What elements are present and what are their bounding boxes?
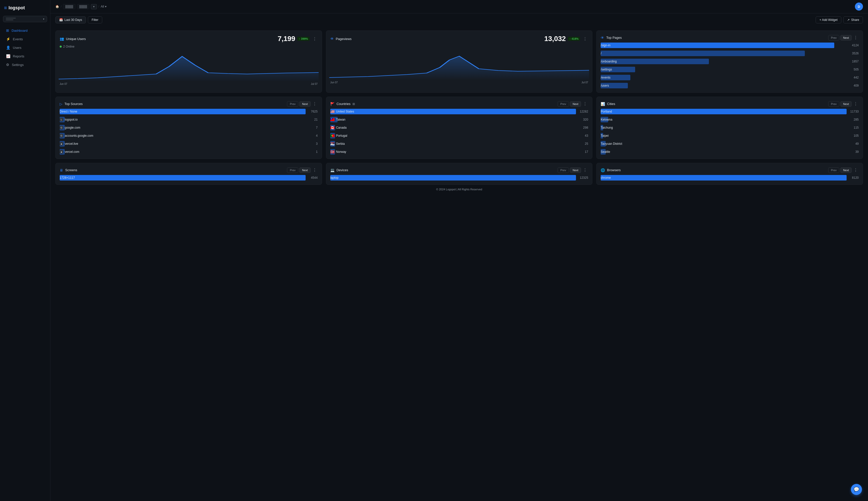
sidebar-item-settings[interactable]: ⚙ Settings [2, 61, 48, 69]
online-label: 2 Online [63, 45, 75, 48]
screens-next-button[interactable]: Next [299, 168, 311, 173]
browsers-icon: 🌐 [601, 168, 605, 172]
item-label: accounts.google.com [65, 133, 93, 138]
unique-users-chart [58, 51, 319, 82]
share-icon: ↗ [847, 18, 850, 22]
source-icon: L [60, 118, 63, 121]
unique-users-value: 7,199 [278, 35, 295, 43]
top-sources-menu[interactable]: ⋮ [312, 101, 318, 107]
unique-users-menu[interactable]: ⋮ [312, 36, 318, 42]
item-label: vercel.com [65, 149, 79, 154]
chart-labels: Jun 07 Jul 07 [60, 83, 318, 85]
filter-button[interactable]: Filter [88, 17, 102, 23]
breadcrumb-dropdown[interactable]: ▾ [91, 4, 97, 9]
top-sources-next-button[interactable]: Next [299, 101, 311, 107]
add-widget-label: + Add Widget [819, 18, 837, 22]
top-pages-menu[interactable]: ⋮ [853, 35, 859, 41]
devices-title: Devices [336, 168, 348, 172]
sidebar-item-dashboard[interactable]: ⊞ Dashboard [2, 26, 48, 34]
unique-users-badge: ↑ 399% [297, 37, 310, 41]
item-label: 1728×1117 [60, 175, 75, 181]
widget-devices: 💻 Devices Prev Next ⋮ laptop12325 [326, 163, 592, 185]
settings-icon: ⚙ [6, 63, 9, 67]
list-item: ▲vercel.com1 [60, 149, 318, 154]
item-count: 4 [308, 134, 318, 137]
browsers-next-button[interactable]: Next [840, 168, 851, 173]
item-label: logspot.io [65, 117, 77, 122]
list-item: Direct / None7625 [60, 109, 318, 114]
widget-header: 🖥 Screens Prev Next ⋮ [60, 167, 318, 173]
card-title-row: 🖥 Screens [60, 168, 77, 172]
countries-prev-button[interactable]: Prev [558, 101, 569, 107]
item-label: /users [601, 83, 609, 88]
sidebar-item-reports[interactable]: 📈 Reports [2, 52, 48, 60]
screens-icon: 🖥 [60, 168, 63, 172]
item-label: Portland [601, 109, 612, 114]
devices-menu[interactable]: ⋮ [582, 167, 588, 173]
workspace-bars [6, 18, 16, 20]
item-count: 1857 [849, 60, 859, 63]
item-label: /events [601, 75, 610, 80]
item-label: Norway [336, 149, 346, 154]
breadcrumb-item-1[interactable]: ████ [63, 4, 75, 9]
list-item: /sign-in4124 [601, 43, 859, 48]
widget-top-sources: ▷ Top Sources Prev Next ⋮ Direct / None7… [55, 97, 322, 159]
top-pages-next-button[interactable]: Next [840, 35, 851, 41]
top-sources-icon: ▷ [60, 102, 62, 106]
cities-next-button[interactable]: Next [840, 101, 851, 107]
devices-next-button[interactable]: Next [570, 168, 581, 173]
avatar-letter: D [858, 5, 860, 9]
country-flag: 🇨🇦 [330, 126, 334, 130]
top-sources-title: Top Sources [64, 102, 83, 106]
cities-prev-button[interactable]: Prev [828, 101, 839, 107]
avatar[interactable]: D [855, 2, 863, 11]
item-label: chrome [601, 175, 611, 181]
add-widget-button[interactable]: + Add Widget [816, 17, 841, 23]
item-label: Serbia [336, 141, 345, 147]
devices-icon: 💻 [330, 168, 334, 172]
breadcrumb-item-2[interactable]: ████ [77, 4, 89, 9]
browsers-prev-button[interactable]: Prev [828, 168, 839, 173]
devices-list: laptop12325 [330, 175, 588, 181]
cities-menu[interactable]: ⋮ [853, 101, 859, 107]
unique-users-title: Unique Users [66, 37, 86, 41]
share-button[interactable]: ↗ Share [843, 17, 863, 23]
item-count: 39 [849, 150, 859, 153]
countries-next-button[interactable]: Next [570, 101, 581, 107]
devices-prev-button[interactable]: Prev [558, 168, 569, 173]
sidebar-item-label: Dashboard [12, 29, 28, 32]
users-widget-icon: 👥 [60, 37, 64, 41]
calendar-icon: 📅 [59, 18, 63, 22]
sidebar-item-users[interactable]: 👤 Users [2, 44, 48, 52]
countries-menu[interactable]: ⋮ [582, 101, 588, 107]
workspace-selector[interactable]: ▾ [3, 16, 47, 22]
item-count: 298 [578, 126, 588, 129]
top-pages-icon: 👁 [601, 36, 604, 40]
item-label: /sign-in [601, 43, 610, 48]
sidebar-item-events[interactable]: ⚡ Events [2, 35, 48, 43]
item-count: 17 [578, 150, 588, 153]
date-range-button[interactable]: 📅 Last 30 Days [55, 17, 86, 23]
screens-prev-button[interactable]: Prev [287, 168, 298, 173]
list-item: Seattle39 [601, 149, 859, 154]
table-icon: ⊞ [352, 102, 355, 106]
list-item: 1728×11174544 [60, 175, 318, 181]
chat-fab[interactable]: 💬 [851, 484, 862, 495]
screens-menu[interactable]: ⋮ [312, 167, 318, 173]
pageviews-menu[interactable]: ⋮ [582, 36, 588, 42]
browsers-menu[interactable]: ⋮ [853, 167, 859, 173]
item-count: 7 [308, 126, 318, 129]
item-label: / [601, 51, 601, 56]
top-sources-prev-button[interactable]: Prev [287, 101, 298, 107]
chevron-down-icon: ▾ [93, 5, 95, 8]
app-name: logspot [9, 5, 25, 11]
item-label: laptop [330, 175, 339, 181]
toolbar-left: 📅 Last 30 Days Filter [55, 17, 102, 23]
item-count: 12282 [578, 110, 588, 113]
online-indicator: 2 Online [60, 45, 318, 48]
breadcrumb-all[interactable]: All ▾ [101, 5, 107, 8]
item-count: 11733 [849, 110, 859, 113]
item-count: 12325 [578, 176, 588, 180]
breadcrumb-home[interactable]: 🏠 [55, 5, 59, 8]
top-pages-prev-button[interactable]: Prev [828, 35, 839, 41]
